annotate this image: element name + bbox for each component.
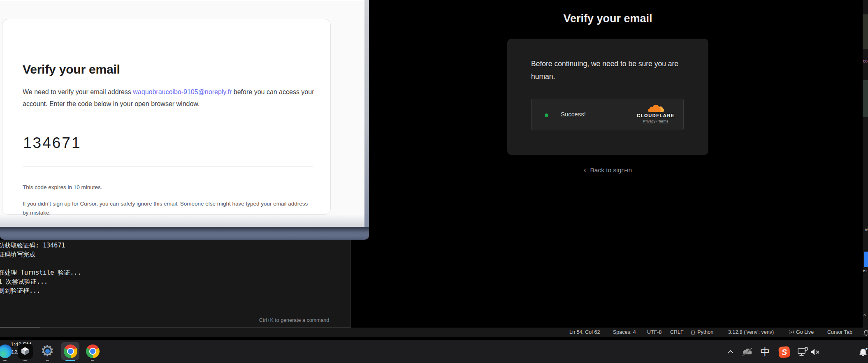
go-live-button[interactable]: Go Live — [789, 329, 814, 335]
divider — [23, 166, 313, 166]
running-indicator — [46, 360, 49, 361]
cursor-position-indicator[interactable]: Ln 54, Col 62 — [569, 329, 600, 335]
taskbar-chrome-button-active[interactable] — [61, 342, 79, 360]
taskbar-settings-button[interactable]: ⚙ — [38, 342, 56, 360]
tray-network-button[interactable] — [796, 345, 809, 358]
taskbar-edge-button[interactable] — [0, 342, 14, 360]
cursor-tab-indicator[interactable]: Cursor Tab — [827, 329, 852, 335]
terminal-line: 功获取验证码: 134671 — [0, 242, 65, 250]
broadcast-icon — [789, 330, 794, 335]
taskbar: ⚙ 中 S 1:43 PM 2/12/2025 zz — [0, 340, 868, 363]
email-window-bottom-bar — [0, 227, 369, 240]
chrome-icon — [86, 345, 100, 358]
cloudflare-wordmark: CLOUDFLARE — [635, 113, 676, 118]
ime-chinese-icon: 中 — [761, 346, 770, 358]
editor-window-sliver[interactable]: co _w er × — [863, 0, 868, 328]
chrome-icon — [64, 345, 77, 358]
python-interpreter-indicator[interactable]: 3.12.8 ('venv': venv) — [728, 329, 774, 335]
gear-icon: ⚙ — [39, 343, 55, 359]
go-live-label: Go Live — [796, 329, 814, 335]
sogou-input-icon: S — [778, 346, 790, 358]
turnstile-status: Success! — [561, 111, 586, 118]
human-check-prompt: Before continuing, we need to be sure yo… — [531, 58, 692, 83]
terminal-panel[interactable]: 功获取验证码: 134671 证码填写完成 在处理 Turnstile 验证..… — [0, 240, 351, 328]
terminal-line: 在处理 Turnstile 验证... — [0, 269, 81, 277]
email-card: Verify your email We need to verify your… — [2, 19, 331, 215]
close-icon[interactable]: × — [863, 312, 866, 318]
tray-notifications-button[interactable]: zz — [858, 346, 868, 359]
active-running-indicator — [65, 360, 75, 361]
tray-volume-button[interactable] — [809, 345, 822, 358]
terminal-line: 测到验证框... — [0, 287, 40, 295]
language-label: Python — [697, 329, 713, 335]
chevron-left-icon: ‹ — [584, 166, 586, 174]
tray-overflow-chevron[interactable] — [725, 345, 736, 358]
running-indicator — [23, 360, 27, 361]
email-body-before: We need to verify your email address — [23, 88, 133, 95]
back-to-signin-link[interactable]: ‹Back to sign-in — [507, 166, 708, 174]
terminal-line: 证码填写完成 — [0, 251, 35, 259]
email-title: Verify your email — [23, 62, 120, 76]
button-fragment — [864, 252, 868, 267]
code-fragment: er — [863, 268, 868, 273]
email-window-right-edge — [364, 0, 369, 227]
encoding-indicator[interactable]: UTF-8 — [647, 329, 661, 335]
desktop-screen: Verify your email We need to verify your… — [0, 0, 868, 363]
cursor-app-icon — [18, 344, 33, 359]
email-disclaimer: If you didn’t sign up for Cursor, you ca… — [23, 199, 313, 217]
language-mode-indicator[interactable]: {}Python — [690, 329, 713, 335]
ctrl-k-hint: Ctrl+K to generate a command — [228, 317, 360, 323]
code-expiry-note: This code expires in 10 minutes. — [23, 184, 102, 190]
tray-onedrive-button[interactable] — [741, 345, 754, 358]
eol-indicator[interactable]: CRLF — [670, 329, 684, 335]
code-fragment: _w — [863, 227, 868, 232]
ethernet-monitor-icon — [797, 347, 808, 357]
terminal-line: 1 次尝试验证... — [0, 278, 48, 286]
code-fragment: co — [863, 59, 868, 63]
terms-link[interactable]: Terms — [658, 119, 668, 123]
verification-code: 134671 — [23, 134, 81, 152]
back-to-signin-label: Back to sign-in — [590, 166, 632, 173]
verify-page-title: Verify your email — [507, 12, 708, 25]
email-address-link[interactable]: waquobraucoibo-9105@noreply.fr — [133, 88, 232, 95]
cloudflare-branding: CLOUDFLARE Privacy•Terms — [635, 104, 676, 123]
verify-card: Before continuing, we need to be sure yo… — [507, 39, 708, 155]
running-indicator — [91, 360, 94, 361]
tray-sogou-button[interactable]: S — [778, 345, 790, 358]
edge-icon — [0, 345, 12, 358]
code-highlight-block — [863, 80, 868, 117]
indentation-indicator[interactable]: Spaces: 4 — [613, 329, 636, 335]
success-dot-icon — [545, 113, 548, 117]
cloud-slash-icon — [742, 348, 753, 356]
chevron-up-icon — [727, 350, 734, 354]
volume-muted-icon — [810, 348, 820, 356]
tray-ime-button[interactable]: 中 — [759, 345, 771, 358]
taskbar-cursor-button[interactable] — [16, 342, 34, 360]
braces-icon: {} — [690, 330, 696, 335]
code-highlight-block — [863, 14, 868, 49]
email-body: We need to verify your email address waq… — [23, 86, 318, 110]
email-preview-window: Verify your email We need to verify your… — [0, 0, 369, 240]
link-separator: • — [656, 119, 657, 123]
privacy-link[interactable]: Privacy — [643, 119, 655, 123]
status-bar: Ln 54, Col 62 Spaces: 4 UTF-8 CRLF {}Pyt… — [0, 328, 868, 337]
bell-dnd-icon: zz — [859, 347, 868, 358]
cloudflare-cloud-icon — [646, 104, 666, 113]
notifications-bell-icon[interactable] — [863, 330, 868, 337]
running-indicator — [3, 360, 7, 361]
taskbar-chrome-button[interactable] — [84, 342, 102, 360]
turnstile-widget[interactable]: Success! CLOUDFLARE Privacy•Terms — [531, 99, 684, 130]
